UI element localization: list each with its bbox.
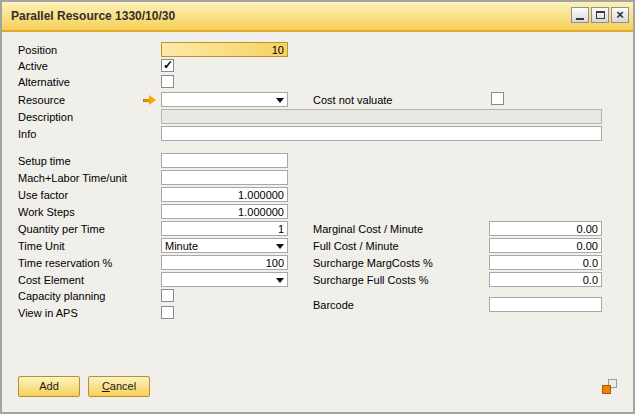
titlebar: Parallel Resource 1330/10/30 × [2, 2, 633, 32]
capacity-planning-checkbox[interactable]: ✓ [161, 289, 174, 302]
resource-label: Resource [18, 93, 65, 108]
surcharge-margcosts-label: Surcharge MargCosts % [313, 256, 433, 271]
checkmark-icon: ✓ [163, 58, 173, 72]
capacity-planning-label: Capacity planning [18, 289, 105, 304]
close-button[interactable]: × [611, 7, 629, 23]
cost-not-valuate-label: Cost not valuate [313, 93, 393, 108]
maximize-button[interactable] [591, 7, 609, 23]
full-cost-label: Full Cost / Minute [313, 239, 399, 254]
time-unit-dropdown[interactable]: Minute [161, 238, 288, 253]
minimize-button[interactable] [571, 7, 589, 23]
quantity-per-time-label: Quantity per Time [18, 222, 105, 237]
add-button[interactable]: Add [18, 376, 80, 397]
cost-element-dropdown[interactable] [161, 272, 288, 287]
window-title: Parallel Resource 1330/10/30 [11, 9, 175, 23]
cost-not-valuate-checkbox[interactable]: ✓ [491, 92, 504, 105]
use-factor-input[interactable] [161, 187, 288, 202]
time-unit-label: Time Unit [18, 239, 65, 254]
description-input [161, 109, 602, 124]
mach-labor-time-label: Mach+Labor Time/unit [18, 171, 127, 186]
setup-time-input[interactable] [161, 153, 288, 168]
use-factor-label: Use factor [18, 188, 68, 203]
description-label: Description [18, 110, 73, 125]
barcode-input[interactable] [489, 297, 602, 312]
marginal-cost-label: Marginal Cost / Minute [313, 222, 423, 237]
setup-time-label: Setup time [18, 154, 71, 169]
time-reservation-label: Time reservation % [18, 256, 112, 271]
cancel-button[interactable]: Cancel [88, 376, 150, 397]
info-label: Info [18, 127, 36, 142]
info-input[interactable] [161, 126, 602, 141]
window-controls: × [571, 7, 629, 23]
alternative-label: Alternative [18, 75, 70, 90]
time-reservation-input[interactable] [161, 255, 288, 270]
active-label: Active [18, 59, 48, 74]
surcharge-full-costs-label: Surcharge Full Costs % [313, 273, 429, 288]
chevron-down-icon [276, 278, 284, 283]
view-in-aps-checkbox[interactable]: ✓ [161, 306, 174, 319]
active-checkbox[interactable]: ✓ [161, 59, 174, 72]
chevron-down-icon [276, 244, 284, 249]
full-cost-input[interactable] [489, 238, 602, 253]
marginal-cost-input[interactable] [489, 221, 602, 236]
work-steps-label: Work Steps [18, 205, 75, 220]
link-arrow-icon[interactable] [143, 94, 157, 107]
barcode-label: Barcode [313, 298, 354, 313]
quantity-per-time-input[interactable] [161, 221, 288, 236]
close-icon: × [616, 9, 624, 21]
resource-dropdown[interactable] [161, 92, 288, 107]
alternative-checkbox[interactable]: ✓ [161, 75, 174, 88]
cost-element-label: Cost Element [18, 273, 84, 288]
mach-labor-time-input[interactable] [161, 170, 288, 185]
chevron-down-icon [276, 98, 284, 103]
surcharge-full-costs-input[interactable] [489, 272, 602, 287]
position-input[interactable] [161, 42, 288, 57]
time-unit-value: Minute [165, 240, 198, 252]
parallel-resource-window: Parallel Resource 1330/10/30 × Position … [0, 0, 635, 414]
work-steps-input[interactable] [161, 204, 288, 219]
view-in-aps-label: View in APS [18, 306, 78, 321]
maximize-icon [596, 11, 605, 19]
surcharge-margcosts-input[interactable] [489, 255, 602, 270]
form-resize-icon[interactable] [602, 379, 617, 394]
minimize-icon [576, 18, 584, 20]
position-label: Position [18, 43, 57, 58]
